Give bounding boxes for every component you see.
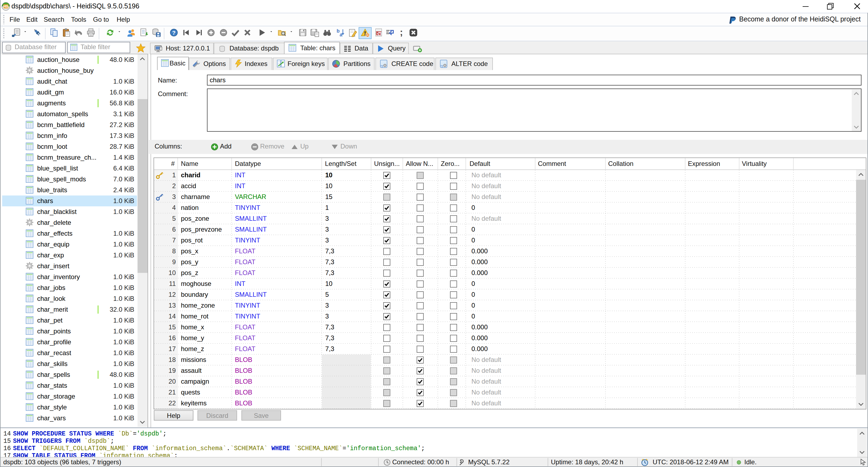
svg-text:?: ?: [172, 30, 176, 36]
svg-text:;: ;: [400, 28, 403, 37]
svg-text:a: a: [340, 32, 343, 37]
svg-text:b: b: [337, 28, 340, 34]
svg-text:HS: HS: [3, 4, 8, 8]
